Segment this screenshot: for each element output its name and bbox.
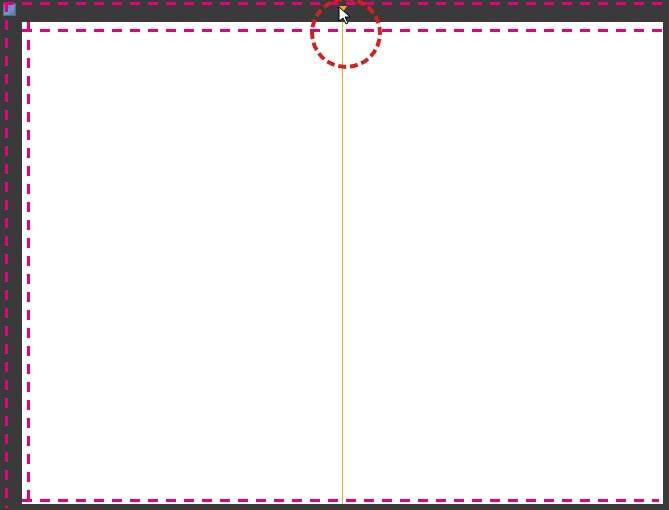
bleed-guide-left[interactable] [5, 2, 8, 508]
margin-guide-bottom[interactable] [22, 499, 659, 502]
annotation-highlight-circle [310, 0, 382, 69]
margin-guide-left[interactable] [27, 22, 30, 504]
document-window [0, 0, 669, 510]
vertical-ruler[interactable] [0, 0, 22, 510]
center-vertical-guide[interactable] [342, 22, 343, 504]
